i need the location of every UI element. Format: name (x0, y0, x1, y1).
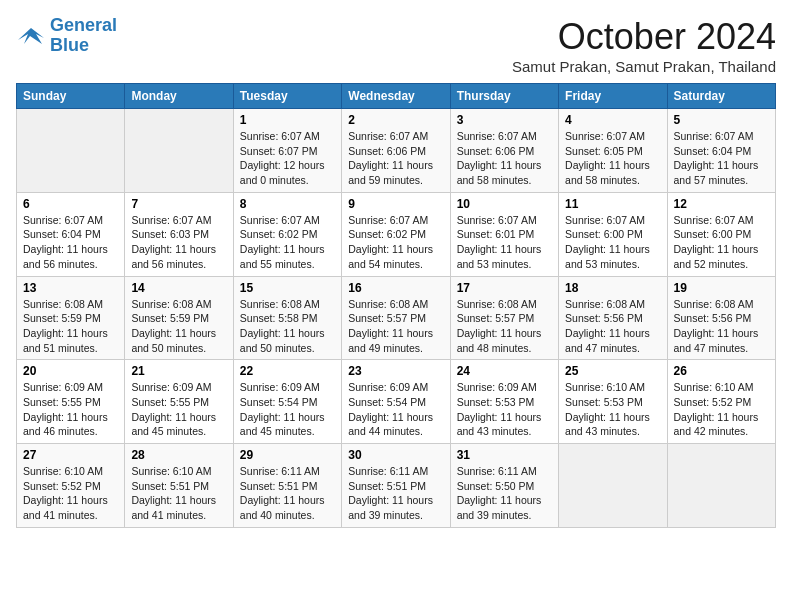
day-info: Sunrise: 6:11 AM Sunset: 5:50 PM Dayligh… (457, 464, 552, 523)
day-number: 11 (565, 197, 660, 211)
calendar-cell: 18Sunrise: 6:08 AM Sunset: 5:56 PM Dayli… (559, 276, 667, 360)
calendar-cell: 28Sunrise: 6:10 AM Sunset: 5:51 PM Dayli… (125, 444, 233, 528)
weekday-header: Saturday (667, 84, 775, 109)
day-number: 27 (23, 448, 118, 462)
calendar-cell (667, 444, 775, 528)
calendar-cell: 15Sunrise: 6:08 AM Sunset: 5:58 PM Dayli… (233, 276, 341, 360)
weekday-header: Sunday (17, 84, 125, 109)
page-header: General Blue October 2024 Samut Prakan, … (16, 16, 776, 75)
calendar-cell: 9Sunrise: 6:07 AM Sunset: 6:02 PM Daylig… (342, 192, 450, 276)
day-info: Sunrise: 6:08 AM Sunset: 5:59 PM Dayligh… (23, 297, 118, 356)
day-info: Sunrise: 6:07 AM Sunset: 6:04 PM Dayligh… (674, 129, 769, 188)
calendar-cell: 2Sunrise: 6:07 AM Sunset: 6:06 PM Daylig… (342, 109, 450, 193)
calendar-cell: 29Sunrise: 6:11 AM Sunset: 5:51 PM Dayli… (233, 444, 341, 528)
calendar-cell: 12Sunrise: 6:07 AM Sunset: 6:00 PM Dayli… (667, 192, 775, 276)
day-number: 4 (565, 113, 660, 127)
day-number: 14 (131, 281, 226, 295)
day-info: Sunrise: 6:08 AM Sunset: 5:59 PM Dayligh… (131, 297, 226, 356)
day-info: Sunrise: 6:10 AM Sunset: 5:53 PM Dayligh… (565, 380, 660, 439)
day-number: 13 (23, 281, 118, 295)
day-number: 20 (23, 364, 118, 378)
day-info: Sunrise: 6:10 AM Sunset: 5:51 PM Dayligh… (131, 464, 226, 523)
day-info: Sunrise: 6:07 AM Sunset: 6:03 PM Dayligh… (131, 213, 226, 272)
weekday-header: Tuesday (233, 84, 341, 109)
calendar-cell: 16Sunrise: 6:08 AM Sunset: 5:57 PM Dayli… (342, 276, 450, 360)
calendar-cell: 14Sunrise: 6:08 AM Sunset: 5:59 PM Dayli… (125, 276, 233, 360)
calendar-cell: 4Sunrise: 6:07 AM Sunset: 6:05 PM Daylig… (559, 109, 667, 193)
calendar-cell: 22Sunrise: 6:09 AM Sunset: 5:54 PM Dayli… (233, 360, 341, 444)
calendar-cell: 7Sunrise: 6:07 AM Sunset: 6:03 PM Daylig… (125, 192, 233, 276)
weekday-header: Friday (559, 84, 667, 109)
title-block: October 2024 Samut Prakan, Samut Prakan,… (512, 16, 776, 75)
day-info: Sunrise: 6:09 AM Sunset: 5:55 PM Dayligh… (23, 380, 118, 439)
day-info: Sunrise: 6:08 AM Sunset: 5:56 PM Dayligh… (565, 297, 660, 356)
calendar-week-row: 1Sunrise: 6:07 AM Sunset: 6:07 PM Daylig… (17, 109, 776, 193)
day-number: 7 (131, 197, 226, 211)
day-info: Sunrise: 6:07 AM Sunset: 6:04 PM Dayligh… (23, 213, 118, 272)
calendar-cell: 24Sunrise: 6:09 AM Sunset: 5:53 PM Dayli… (450, 360, 558, 444)
day-number: 21 (131, 364, 226, 378)
day-number: 2 (348, 113, 443, 127)
day-number: 3 (457, 113, 552, 127)
day-info: Sunrise: 6:08 AM Sunset: 5:56 PM Dayligh… (674, 297, 769, 356)
calendar-cell: 26Sunrise: 6:10 AM Sunset: 5:52 PM Dayli… (667, 360, 775, 444)
day-info: Sunrise: 6:07 AM Sunset: 6:00 PM Dayligh… (565, 213, 660, 272)
day-number: 15 (240, 281, 335, 295)
day-info: Sunrise: 6:11 AM Sunset: 5:51 PM Dayligh… (240, 464, 335, 523)
calendar-cell: 11Sunrise: 6:07 AM Sunset: 6:00 PM Dayli… (559, 192, 667, 276)
calendar-cell: 23Sunrise: 6:09 AM Sunset: 5:54 PM Dayli… (342, 360, 450, 444)
day-info: Sunrise: 6:07 AM Sunset: 6:07 PM Dayligh… (240, 129, 335, 188)
day-number: 30 (348, 448, 443, 462)
calendar-cell (125, 109, 233, 193)
calendar-cell: 6Sunrise: 6:07 AM Sunset: 6:04 PM Daylig… (17, 192, 125, 276)
day-number: 22 (240, 364, 335, 378)
day-number: 1 (240, 113, 335, 127)
weekday-header: Monday (125, 84, 233, 109)
day-number: 18 (565, 281, 660, 295)
calendar-cell: 21Sunrise: 6:09 AM Sunset: 5:55 PM Dayli… (125, 360, 233, 444)
calendar-cell (559, 444, 667, 528)
calendar-week-row: 13Sunrise: 6:08 AM Sunset: 5:59 PM Dayli… (17, 276, 776, 360)
calendar-cell: 31Sunrise: 6:11 AM Sunset: 5:50 PM Dayli… (450, 444, 558, 528)
day-info: Sunrise: 6:10 AM Sunset: 5:52 PM Dayligh… (23, 464, 118, 523)
day-info: Sunrise: 6:09 AM Sunset: 5:54 PM Dayligh… (240, 380, 335, 439)
day-info: Sunrise: 6:08 AM Sunset: 5:57 PM Dayligh… (348, 297, 443, 356)
calendar-cell: 20Sunrise: 6:09 AM Sunset: 5:55 PM Dayli… (17, 360, 125, 444)
day-info: Sunrise: 6:07 AM Sunset: 6:06 PM Dayligh… (348, 129, 443, 188)
day-number: 31 (457, 448, 552, 462)
day-number: 8 (240, 197, 335, 211)
day-info: Sunrise: 6:09 AM Sunset: 5:54 PM Dayligh… (348, 380, 443, 439)
day-number: 19 (674, 281, 769, 295)
logo-text: General Blue (50, 16, 117, 56)
day-number: 28 (131, 448, 226, 462)
day-info: Sunrise: 6:11 AM Sunset: 5:51 PM Dayligh… (348, 464, 443, 523)
day-info: Sunrise: 6:07 AM Sunset: 6:01 PM Dayligh… (457, 213, 552, 272)
day-info: Sunrise: 6:10 AM Sunset: 5:52 PM Dayligh… (674, 380, 769, 439)
calendar-cell: 17Sunrise: 6:08 AM Sunset: 5:57 PM Dayli… (450, 276, 558, 360)
logo: General Blue (16, 16, 117, 56)
calendar-cell: 13Sunrise: 6:08 AM Sunset: 5:59 PM Dayli… (17, 276, 125, 360)
calendar-cell (17, 109, 125, 193)
day-info: Sunrise: 6:08 AM Sunset: 5:58 PM Dayligh… (240, 297, 335, 356)
day-number: 25 (565, 364, 660, 378)
calendar-cell: 8Sunrise: 6:07 AM Sunset: 6:02 PM Daylig… (233, 192, 341, 276)
day-info: Sunrise: 6:07 AM Sunset: 6:02 PM Dayligh… (240, 213, 335, 272)
calendar-cell: 27Sunrise: 6:10 AM Sunset: 5:52 PM Dayli… (17, 444, 125, 528)
weekday-header: Wednesday (342, 84, 450, 109)
day-number: 24 (457, 364, 552, 378)
logo-icon (16, 24, 46, 48)
calendar-week-row: 27Sunrise: 6:10 AM Sunset: 5:52 PM Dayli… (17, 444, 776, 528)
calendar-cell: 5Sunrise: 6:07 AM Sunset: 6:04 PM Daylig… (667, 109, 775, 193)
calendar-cell: 1Sunrise: 6:07 AM Sunset: 6:07 PM Daylig… (233, 109, 341, 193)
day-number: 26 (674, 364, 769, 378)
calendar-week-row: 6Sunrise: 6:07 AM Sunset: 6:04 PM Daylig… (17, 192, 776, 276)
day-number: 9 (348, 197, 443, 211)
weekday-header-row: SundayMondayTuesdayWednesdayThursdayFrid… (17, 84, 776, 109)
calendar-cell: 30Sunrise: 6:11 AM Sunset: 5:51 PM Dayli… (342, 444, 450, 528)
day-number: 16 (348, 281, 443, 295)
day-number: 12 (674, 197, 769, 211)
day-info: Sunrise: 6:09 AM Sunset: 5:55 PM Dayligh… (131, 380, 226, 439)
day-number: 6 (23, 197, 118, 211)
calendar-cell: 25Sunrise: 6:10 AM Sunset: 5:53 PM Dayli… (559, 360, 667, 444)
calendar-cell: 3Sunrise: 6:07 AM Sunset: 6:06 PM Daylig… (450, 109, 558, 193)
